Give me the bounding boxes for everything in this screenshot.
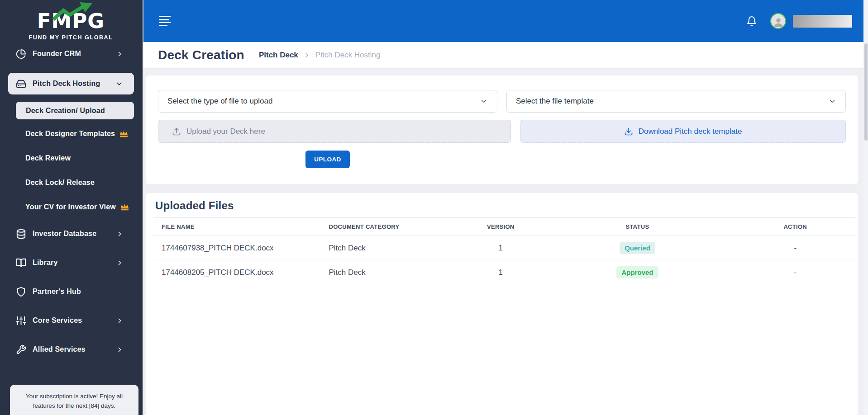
cell-document-category: Pitch Deck: [329, 236, 463, 260]
cell-status: Queried: [539, 236, 736, 260]
sidebar-item-label: Partner's Hub: [33, 288, 81, 296]
status-badge: Queried: [620, 242, 655, 254]
chevron-right-icon: [303, 52, 310, 59]
uploaded-files-table: FILE NAMEDOCUMENT CATEGORYVERSIONSTATUSA…: [153, 217, 855, 285]
chevron-right-icon: [116, 346, 124, 354]
column-header-file-name: FILE NAME: [153, 218, 329, 236]
chevron-right-icon: [116, 317, 124, 325]
brand-logo-text: FMPG: [37, 9, 105, 33]
page-title: Deck Creation: [158, 48, 244, 62]
chevron-right-icon: [116, 259, 124, 267]
topbar-right: [746, 13, 852, 29]
file-type-select[interactable]: Select the type of file to upload: [158, 90, 497, 113]
user-avatar[interactable]: [770, 13, 786, 29]
wrench-icon: [16, 344, 26, 355]
chevron-right-icon: [116, 50, 124, 58]
uploaded-files-title: Uploaded Files: [146, 199, 858, 212]
subscription-text: Your subscription is active! Enjoy all f…: [26, 393, 123, 409]
hard-drive-icon: [16, 79, 26, 89]
cell-version: 1: [462, 236, 539, 260]
sidebar-menu: Founder CRM Pitch Deck Hosting Deck Crea…: [0, 43, 142, 364]
deck-upload-dropzone[interactable]: Upload your Deck here: [158, 120, 511, 143]
main-content: Select the type of file to upload Select…: [143, 69, 863, 415]
sidebar-item-label: Your CV for Investor View: [25, 203, 116, 211]
table-row: 1744608205_PITCH DECK.docx Pitch Deck 1 …: [153, 260, 855, 285]
column-header-action: ACTION: [736, 218, 855, 236]
database-icon: [16, 229, 26, 239]
shield-icon: [16, 287, 26, 297]
sidebar-item-label: Core Services: [33, 316, 82, 325]
download-template-button[interactable]: Download Pitch deck template: [520, 120, 846, 143]
bell-icon[interactable]: [746, 16, 757, 27]
sidebar-toggle-button[interactable]: [159, 16, 171, 26]
column-header-status: STATUS: [539, 218, 736, 236]
sidebar-item-core-services[interactable]: Core Services: [0, 306, 142, 335]
breadcrumb: Pitch Deck Pitch Deck Hosting: [259, 51, 381, 60]
chevron-right-icon: [116, 230, 124, 238]
breadcrumb-item-pitch-deck-hosting: Pitch Deck Hosting: [315, 51, 381, 60]
sidebar-item-pitch-deck-hosting[interactable]: Pitch Deck Hosting: [8, 73, 134, 94]
sidebar-item-deck-lock-release[interactable]: Deck Lock/ Release: [0, 170, 142, 195]
cell-file-name: 1744607938_PITCH DECK.docx: [153, 236, 329, 260]
sidebar-item-label: Deck Review: [25, 154, 71, 162]
breadcrumb-item-pitch-deck[interactable]: Pitch Deck: [259, 51, 298, 60]
sidebar-item-label: Deck Lock/ Release: [25, 179, 95, 187]
sidebar-item-investor-database[interactable]: Investor Database: [0, 219, 142, 248]
cell-action: -: [736, 236, 855, 260]
subscription-notice: Your subscription is active! Enjoy all f…: [10, 385, 138, 415]
sidebar-item-label: Investor Database: [33, 230, 96, 238]
column-header-version: VERSION: [462, 218, 539, 236]
deck-upload-panel: Select the type of file to upload Select…: [146, 75, 858, 184]
user-name-redacted[interactable]: [793, 15, 852, 28]
upload-button[interactable]: UPLOAD: [305, 151, 349, 168]
sidebar-item-partner-s-hub[interactable]: Partner's Hub: [0, 277, 142, 306]
upload-icon: [172, 127, 181, 136]
sidebar-item-deck-creation-upload[interactable]: Deck Creation/ Upload: [16, 102, 134, 119]
status-badge: Approved: [616, 266, 658, 278]
brand-logo: FMPG FUND MY PITCH GLOBAL: [0, 0, 142, 41]
table-header: FILE NAMEDOCUMENT CATEGORYVERSIONSTATUSA…: [153, 218, 855, 236]
cell-action: -: [736, 260, 855, 285]
crown-icon: [119, 129, 129, 138]
table-header-row: FILE NAMEDOCUMENT CATEGORYVERSIONSTATUSA…: [153, 218, 855, 236]
breadcrumb-divider: [251, 48, 251, 62]
sidebar-item-label: Library: [33, 259, 58, 267]
sliders-icon: [16, 316, 26, 326]
brand-tagline: FUND MY PITCH GLOBAL: [0, 34, 142, 41]
sidebar-item-founder-crm[interactable]: Founder CRM: [0, 43, 142, 65]
chevron-down-icon: [115, 80, 123, 88]
person-icon: [773, 16, 784, 28]
sidebar-item-your-cv-for-investor-view[interactable]: Your CV for Investor View: [0, 195, 142, 219]
brand-logo-mark: FMPG: [37, 9, 105, 33]
sidebar-item-label: Pitch Deck Hosting: [33, 80, 100, 88]
table-row: 1744607938_PITCH DECK.docx Pitch Deck 1 …: [153, 236, 855, 260]
sidebar-item-library[interactable]: Library: [0, 248, 142, 277]
page-scrollbar[interactable]: [863, 0, 868, 415]
crown-icon: [120, 203, 129, 212]
cell-file-name: 1744608205_PITCH DECK.docx: [153, 260, 329, 285]
scrollbar-thumb[interactable]: [864, 43, 868, 141]
chevron-down-icon: [480, 97, 488, 105]
dropzone-label: Upload your Deck here: [186, 127, 265, 136]
sidebar-item-label: Deck Designer Templates: [25, 130, 115, 138]
uploaded-files-panel: Uploaded Files FILE NAMEDOCUMENT CATEGOR…: [146, 193, 858, 415]
topbar: [143, 0, 863, 42]
column-header-document-category: DOCUMENT CATEGORY: [329, 218, 463, 236]
sidebar: FMPG FUND MY PITCH GLOBAL Founder CRM Pi…: [0, 0, 143, 415]
pie-chart-icon: [16, 49, 26, 59]
cell-document-category: Pitch Deck: [329, 260, 463, 285]
download-template-label: Download Pitch deck template: [639, 127, 742, 136]
page-header: Deck Creation Pitch Deck Pitch Deck Host…: [143, 42, 863, 69]
sidebar-item-deck-review[interactable]: Deck Review: [0, 146, 142, 170]
sidebar-item-deck-designer-templates[interactable]: Deck Designer Templates: [0, 122, 142, 146]
file-template-select-value: Select the file template: [516, 97, 594, 106]
hamburger-icon: [159, 16, 171, 26]
table-body: 1744607938_PITCH DECK.docx Pitch Deck 1 …: [153, 236, 855, 285]
sidebar-item-allied-services[interactable]: Allied Services: [0, 335, 142, 364]
chevron-down-icon: [828, 97, 836, 105]
cell-version: 1: [462, 260, 539, 285]
file-template-select[interactable]: Select the file template: [506, 90, 846, 113]
cell-status: Approved: [539, 260, 736, 285]
download-icon: [624, 127, 633, 136]
book-open-icon: [16, 258, 26, 268]
